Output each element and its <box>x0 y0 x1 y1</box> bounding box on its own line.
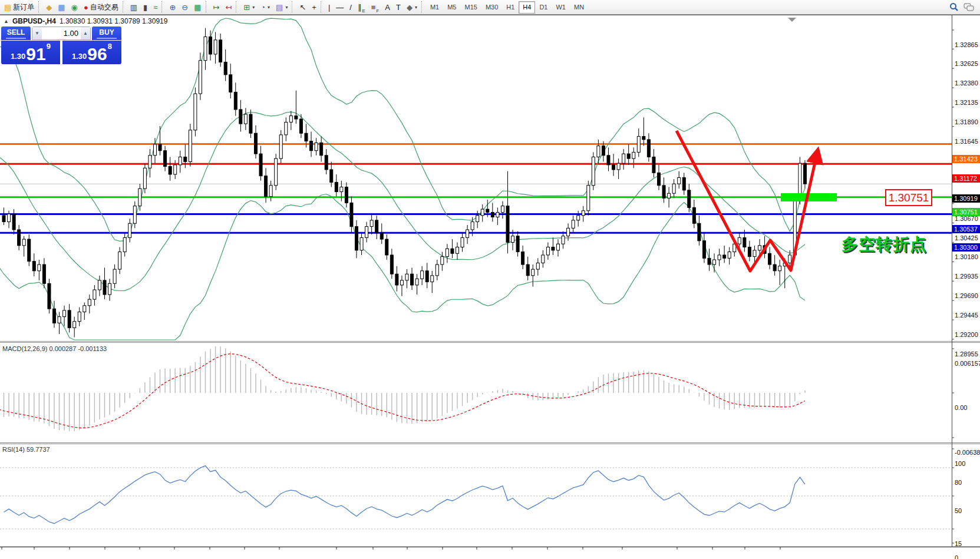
indicators-icon: ⊞ <box>243 4 250 11</box>
axis-tick-label: 1.31645 <box>955 138 978 145</box>
signal-icon-icon: ◉ <box>71 4 78 11</box>
buy-price[interactable]: 1.30968 <box>62 41 121 64</box>
axis-tick-label: 1.32380 <box>955 80 978 87</box>
price-level-flag: 1.31423 <box>952 155 980 163</box>
rsi-axis-label: 100 <box>955 460 965 468</box>
volume-stepper: ▼ 1.00 ▲ <box>32 27 91 40</box>
indicators-button[interactable]: ⊞▾ <box>240 1 258 14</box>
text-label-button[interactable]: T <box>393 1 404 14</box>
timeframe-buttons: M1M5M15M30H1H4D1W1MN <box>426 1 588 14</box>
toolbar-separator <box>292 1 295 13</box>
ohlc-values: 1.30830 1.30931 1.30789 1.30919 <box>60 17 168 25</box>
timeframe-h4-button[interactable]: H4 <box>519 1 535 14</box>
zoom-in-icon: ⊕ <box>169 4 176 11</box>
axis-tick-label: 1.29445 <box>955 312 978 319</box>
horizontal-line-button[interactable]: — <box>333 1 347 14</box>
axis-tick-label: 1.31890 <box>955 118 978 126</box>
candlestick-chart-button[interactable]: ▮ <box>140 1 150 14</box>
periods-icon: ◔ <box>260 4 265 11</box>
tile-windows-button[interactable]: ▦ <box>191 1 204 14</box>
volume-down-button[interactable]: ▼ <box>32 27 42 39</box>
panel-collapse-icon[interactable]: ▲ <box>4 18 9 24</box>
auto-scroll-button[interactable]: ↦ <box>210 1 223 14</box>
macd-axis-label: 0.00 <box>955 404 967 412</box>
timeframe-mn-button[interactable]: MN <box>570 1 588 14</box>
rsi-label: RSI(14) 59.7737 <box>2 446 50 453</box>
toolbar-separator <box>206 1 209 13</box>
buy-button[interactable]: BUY <box>92 27 121 40</box>
macd-axis-label: 0.006157 <box>955 360 980 368</box>
chat-icon[interactable] <box>963 2 974 12</box>
cursor-button[interactable]: ↖ <box>296 1 309 14</box>
axis-tick-label: 1.30425 <box>955 234 978 242</box>
toolbar-separator <box>123 1 126 13</box>
price-chart[interactable] <box>0 15 980 559</box>
turning-point-note[interactable]: 多空转折点 <box>842 233 927 256</box>
chart-shift-icon: ↤ <box>225 4 232 11</box>
autotrade-button[interactable]: ●自动交易 <box>81 1 121 14</box>
chart-window: ▲ GBPUSD-,H4 1.30830 1.30931 1.30789 1.3… <box>0 15 980 559</box>
timeframe-m5-button[interactable]: M5 <box>443 1 460 14</box>
rsi-axis-label: 50 <box>955 507 962 515</box>
axis-tick-label: 1.32135 <box>955 99 978 107</box>
toolbar-separator <box>236 1 239 13</box>
rsi-axis-label: 0 <box>955 554 958 559</box>
sell-button[interactable]: SELL <box>1 27 31 40</box>
axis-tick-label: 1.29200 <box>955 331 978 339</box>
price-level-flag: 1.30751 <box>952 208 980 216</box>
vertical-line-button[interactable]: | <box>325 1 333 14</box>
trendline-icon: / <box>349 4 352 11</box>
chart-shift-button[interactable]: ↤ <box>222 1 235 14</box>
trendline-button[interactable]: / <box>347 1 355 14</box>
line-chart-button[interactable]: ≈ <box>150 1 160 14</box>
one-click-trade-panel: SELL ▼ 1.00 ▲ BUY 1.30919 1.30968 <box>1 27 121 64</box>
price-level-flag: 1.31172 <box>952 174 980 183</box>
toolbar-separator <box>421 1 425 13</box>
vertical-line-icon: | <box>328 4 330 11</box>
price-annotation-box[interactable]: 1.30751 <box>885 189 932 206</box>
equidistant-channel-button[interactable]: ∥E <box>355 1 368 14</box>
autotrade-icon: ● <box>84 4 88 11</box>
templates-button[interactable]: ▤▾ <box>273 1 291 14</box>
text-button[interactable]: A <box>382 1 393 14</box>
timeframe-d1-button[interactable]: D1 <box>535 1 552 14</box>
price-level-flag: 1.30537 <box>952 225 980 233</box>
zoom-in-button[interactable]: ⊕ <box>166 1 179 14</box>
price-level-flag: 1.30300 <box>952 243 980 252</box>
crosshair-button[interactable]: + <box>309 1 319 14</box>
chart-title: ▲ GBPUSD-,H4 1.30830 1.30931 1.30789 1.3… <box>4 17 167 25</box>
auto-scroll-icon: ↦ <box>213 4 220 11</box>
periods-button[interactable]: ◔▾ <box>258 1 273 14</box>
bar-chart-icon: ▥ <box>130 4 137 11</box>
rsi-axis-label: 80 <box>955 479 962 487</box>
timeframe-m30-button[interactable]: M30 <box>481 1 502 14</box>
mt4-window: ▤新订单◆▦◉●自动交易▥▮≈⊕⊖▦↦↤⊞▾◔▾▤▾↖+|—/∥E≡FAT◆▾ … <box>0 0 980 559</box>
shapes-icon: ◆ <box>407 4 413 11</box>
toolbar: ▤新订单◆▦◉●自动交易▥▮≈⊕⊖▦↦↤⊞▾◔▾▤▾↖+|—/∥E≡FAT◆▾ … <box>0 0 980 15</box>
fibonacci-button[interactable]: ≡F <box>368 1 382 14</box>
timeframe-w1-button[interactable]: W1 <box>552 1 570 14</box>
axis-tick-label: 1.28955 <box>955 350 978 358</box>
data-window-icon-button[interactable]: ◆ <box>43 1 55 14</box>
toolbar-separator <box>321 1 324 13</box>
bar-chart-button[interactable]: ▥ <box>127 1 140 14</box>
timeframe-h1-button[interactable]: H1 <box>502 1 519 14</box>
crosshair-icon: + <box>312 4 316 11</box>
timeframe-m1-button[interactable]: M1 <box>426 1 443 14</box>
text-label-icon: T <box>396 4 401 11</box>
toolbar-buttons: ▤新订单◆▦◉●自动交易▥▮≈⊕⊖▦↦↤⊞▾◔▾▤▾↖+|—/∥E≡FAT◆▾ <box>1 1 420 14</box>
shapes-button[interactable]: ◆▾ <box>404 1 420 14</box>
cursor-icon: ↖ <box>299 4 306 11</box>
toolbar-separator <box>38 1 42 13</box>
new-order-button[interactable]: ▤新订单 <box>1 1 37 14</box>
volume-up-button[interactable]: ▲ <box>81 27 90 39</box>
signal-icon-button[interactable]: ◉ <box>68 1 81 14</box>
timeframe-m15-button[interactable]: M15 <box>460 1 481 14</box>
volume-input[interactable]: 1.00 <box>42 27 81 39</box>
zoom-out-button[interactable]: ⊖ <box>179 1 191 14</box>
macd-label: MACD(12,26,9) 0.000287 -0.001133 <box>2 345 107 352</box>
search-icon[interactable] <box>949 2 959 12</box>
new-chart-icon-button[interactable]: ▦ <box>55 1 68 14</box>
sell-price[interactable]: 1.30919 <box>1 41 60 64</box>
candlestick-chart-icon: ▮ <box>143 4 147 11</box>
